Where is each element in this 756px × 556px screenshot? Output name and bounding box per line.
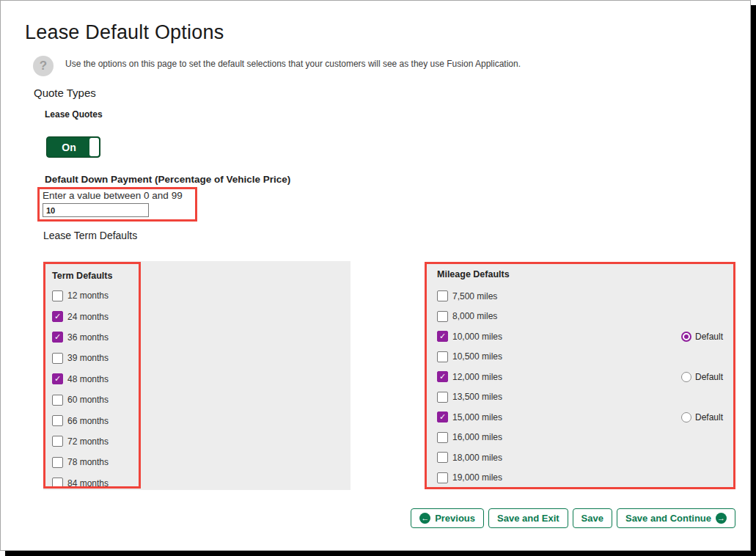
- term-option-row: 66 months: [52, 410, 109, 431]
- toggle-state-label: On: [47, 142, 91, 153]
- term-option-label: 12 months: [67, 290, 109, 301]
- save-button-label: Save: [581, 513, 603, 524]
- down-payment-label: Default Down Payment (Percentage of Vehi…: [45, 174, 290, 185]
- mileage-default-radio-label: Default: [695, 332, 723, 342]
- term-option-checkbox[interactable]: [52, 353, 63, 364]
- mileage-option-checkbox[interactable]: [437, 311, 448, 322]
- term-option-checkbox[interactable]: [52, 415, 63, 426]
- term-option-row: 12 months: [52, 285, 109, 306]
- down-payment-input[interactable]: [43, 203, 149, 217]
- term-option-checkbox[interactable]: [52, 457, 63, 468]
- term-option-checkbox[interactable]: ✓: [52, 332, 63, 343]
- mileage-option-label: 18,000 miles: [452, 453, 502, 463]
- term-option-row: 60 months: [52, 389, 109, 410]
- mileage-option-label: 10,500 miles: [452, 351, 502, 362]
- mileage-defaults-list: 7,500 miles8,000 miles✓10,000 milesDefau…: [437, 286, 723, 488]
- mileage-defaults-title: Mileage Defaults: [437, 269, 510, 279]
- footer-button-bar: ← Previous Save and Exit Save Save and C…: [411, 508, 735, 528]
- checkmark-icon: ✓: [439, 413, 446, 421]
- mileage-option-label: 13,500 miles: [452, 392, 502, 402]
- mileage-option-row: 19,000 miles: [437, 468, 723, 489]
- help-icon[interactable]: ?: [33, 56, 54, 76]
- mileage-default-radio-group: Default: [681, 326, 723, 347]
- term-option-row: 78 months: [52, 452, 109, 472]
- mileage-option-checkbox[interactable]: [437, 452, 448, 463]
- previous-button[interactable]: ← Previous: [411, 508, 484, 528]
- term-defaults-list: 12 months✓24 months✓36 months39 months✓4…: [52, 285, 109, 494]
- term-option-checkbox[interactable]: [52, 478, 63, 489]
- save-and-continue-button[interactable]: Save and Continue →: [617, 508, 735, 528]
- mileage-option-row: 16,000 miles: [437, 428, 723, 448]
- mileage-option-row: 10,500 miles: [437, 347, 723, 367]
- save-button[interactable]: Save: [573, 508, 612, 528]
- mileage-option-checkbox[interactable]: [437, 392, 448, 403]
- mileage-option-checkbox[interactable]: ✓: [437, 411, 448, 423]
- mileage-option-row: 18,000 miles: [437, 447, 723, 468]
- checkmark-icon: ✓: [54, 333, 61, 341]
- lease-term-defaults-heading: Lease Term Defaults: [43, 230, 137, 241]
- page-description: Use the options on this page to set the …: [65, 59, 521, 69]
- page-container: Lease Default Options ? Use the options …: [0, 0, 751, 551]
- quote-types-heading: Quote Types: [34, 87, 96, 99]
- toggle-handle[interactable]: [89, 138, 99, 156]
- term-option-checkbox[interactable]: [52, 395, 63, 406]
- mileage-option-label: 16,000 miles: [452, 432, 502, 442]
- mileage-default-radio-label: Default: [695, 372, 723, 382]
- mileage-option-checkbox[interactable]: [437, 290, 448, 301]
- term-option-row: 84 months: [52, 473, 109, 494]
- mileage-option-row: 7,500 miles: [437, 286, 723, 307]
- lease-quotes-toggle[interactable]: On: [46, 136, 100, 158]
- mileage-option-row: 8,000 miles: [437, 307, 723, 327]
- continue-arrow-icon: →: [716, 513, 727, 524]
- checkmark-icon: ✓: [439, 373, 446, 381]
- mileage-default-radio-group: Default: [681, 407, 723, 428]
- term-option-row: 39 months: [52, 348, 109, 368]
- mileage-option-row: 13,500 miles: [437, 387, 723, 408]
- term-option-checkbox[interactable]: ✓: [52, 311, 63, 322]
- checkmark-icon: ✓: [439, 332, 446, 340]
- checkmark-icon: ✓: [54, 375, 61, 383]
- save-and-continue-button-label: Save and Continue: [625, 513, 711, 524]
- term-option-label: 39 months: [67, 353, 109, 363]
- term-option-row: ✓36 months: [52, 327, 109, 348]
- save-and-exit-button-label: Save and Exit: [497, 513, 559, 524]
- mileage-option-label: 7,500 miles: [452, 291, 497, 301]
- mileage-option-checkbox[interactable]: ✓: [437, 371, 448, 382]
- checkmark-icon: ✓: [54, 312, 61, 321]
- previous-arrow-icon: ←: [419, 513, 430, 524]
- save-and-exit-button[interactable]: Save and Exit: [488, 508, 568, 528]
- term-defaults-title: Term Defaults: [52, 271, 112, 281]
- term-option-label: 24 months: [67, 312, 109, 322]
- mileage-option-row: ✓12,000 milesDefault: [437, 367, 723, 387]
- mileage-default-radio[interactable]: [681, 412, 691, 423]
- mileage-option-checkbox[interactable]: [437, 432, 448, 443]
- mileage-option-label: 19,000 miles: [452, 472, 502, 483]
- mileage-default-radio[interactable]: [681, 332, 691, 342]
- term-option-label: 60 months: [67, 395, 109, 405]
- mileage-option-checkbox[interactable]: ✓: [437, 331, 448, 342]
- page-title: Lease Default Options: [25, 21, 224, 44]
- term-option-label: 84 months: [67, 478, 109, 489]
- term-option-row: ✓24 months: [52, 306, 109, 326]
- mileage-option-row: ✓15,000 milesDefault: [437, 407, 723, 428]
- down-payment-hint: Enter a value between 0 and 99: [43, 190, 183, 201]
- term-option-checkbox[interactable]: ✓: [52, 373, 63, 384]
- term-option-label: 72 months: [67, 436, 109, 447]
- mileage-option-checkbox[interactable]: [437, 472, 448, 483]
- term-option-label: 66 months: [67, 416, 109, 426]
- mileage-defaults-panel: Mileage Defaults 7,500 miles8,000 miles✓…: [425, 262, 735, 489]
- lease-quotes-label: Lease Quotes: [45, 109, 103, 120]
- mileage-default-radio-label: Default: [695, 412, 723, 423]
- mileage-default-radio[interactable]: [681, 372, 691, 382]
- term-option-label: 78 months: [67, 457, 109, 467]
- term-option-row: 72 months: [52, 431, 109, 452]
- term-option-label: 48 months: [67, 374, 109, 384]
- term-option-checkbox[interactable]: [52, 436, 63, 447]
- mileage-option-label: 15,000 miles: [452, 412, 502, 423]
- mileage-option-label: 10,000 miles: [452, 332, 502, 342]
- mileage-option-label: 12,000 miles: [452, 372, 502, 382]
- mileage-option-checkbox[interactable]: [437, 351, 448, 362]
- previous-button-label: Previous: [435, 513, 475, 524]
- term-option-checkbox[interactable]: [52, 290, 63, 301]
- mileage-option-label: 8,000 miles: [452, 311, 497, 321]
